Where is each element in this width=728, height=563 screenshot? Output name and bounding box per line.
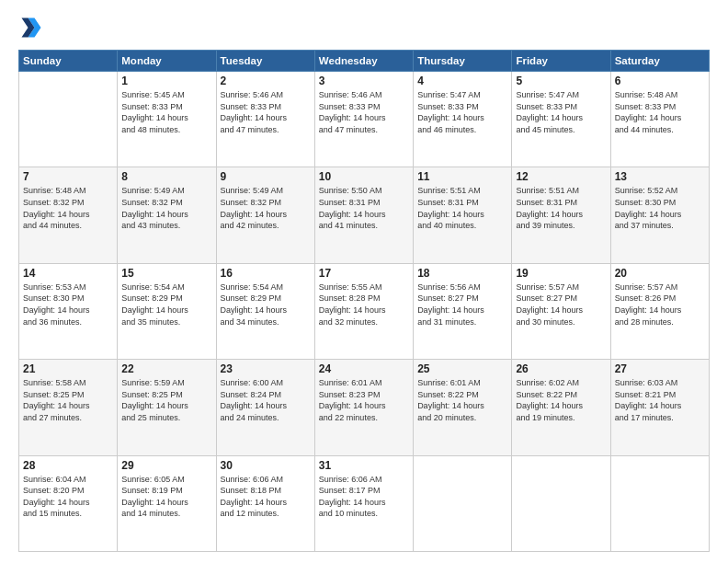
- calendar-week-row: 21Sunrise: 5:58 AM Sunset: 8:25 PM Dayli…: [19, 360, 710, 455]
- calendar-cell: 30Sunrise: 6:06 AM Sunset: 8:18 PM Dayli…: [216, 455, 314, 551]
- calendar-cell: 9Sunrise: 5:49 AM Sunset: 8:32 PM Daylig…: [216, 167, 314, 263]
- calendar-cell: 7Sunrise: 5:48 AM Sunset: 8:32 PM Daylig…: [19, 167, 118, 263]
- day-number: 31: [319, 459, 409, 472]
- day-number: 17: [319, 267, 409, 280]
- cell-content: Sunrise: 5:47 AM Sunset: 8:33 PM Dayligh…: [516, 89, 606, 135]
- cell-content: Sunrise: 5:46 AM Sunset: 8:33 PM Dayligh…: [221, 89, 311, 135]
- cell-content: Sunrise: 5:54 AM Sunset: 8:29 PM Dayligh…: [221, 282, 311, 327]
- day-number: 30: [221, 459, 311, 472]
- day-number: 16: [221, 267, 311, 280]
- day-number: 22: [121, 362, 211, 375]
- day-number: 2: [221, 75, 311, 87]
- calendar-cell: 12Sunrise: 5:51 AM Sunset: 8:31 PM Dayli…: [512, 167, 610, 263]
- calendar-cell: 8Sunrise: 5:49 AM Sunset: 8:32 PM Daylig…: [118, 167, 216, 263]
- cell-content: Sunrise: 6:04 AM Sunset: 8:20 PM Dayligh…: [23, 474, 113, 520]
- day-number: 15: [121, 267, 211, 280]
- day-number: 26: [516, 362, 606, 375]
- calendar-cell: [414, 455, 512, 551]
- calendar-day-header: Friday: [512, 51, 610, 72]
- calendar-cell: 29Sunrise: 6:05 AM Sunset: 8:19 PM Dayli…: [118, 455, 216, 551]
- calendar-cell: 28Sunrise: 6:04 AM Sunset: 8:20 PM Dayli…: [19, 455, 118, 551]
- calendar-cell: 13Sunrise: 5:52 AM Sunset: 8:30 PM Dayli…: [610, 167, 709, 263]
- cell-content: Sunrise: 5:54 AM Sunset: 8:29 PM Dayligh…: [121, 282, 211, 327]
- calendar-cell: 18Sunrise: 5:56 AM Sunset: 8:27 PM Dayli…: [414, 263, 512, 359]
- day-number: 23: [221, 362, 311, 375]
- calendar-week-row: 1Sunrise: 5:45 AM Sunset: 8:33 PM Daylig…: [19, 72, 710, 167]
- calendar-week-row: 14Sunrise: 5:53 AM Sunset: 8:30 PM Dayli…: [19, 263, 710, 359]
- calendar-cell: 26Sunrise: 6:02 AM Sunset: 8:22 PM Dayli…: [512, 360, 610, 455]
- day-number: 24: [319, 362, 409, 375]
- calendar-cell: 19Sunrise: 5:57 AM Sunset: 8:27 PM Dayli…: [512, 263, 610, 359]
- cell-content: Sunrise: 5:49 AM Sunset: 8:32 PM Dayligh…: [221, 185, 311, 231]
- calendar-table: SundayMondayTuesdayWednesdayThursdayFrid…: [18, 50, 710, 552]
- day-number: 6: [615, 75, 705, 87]
- cell-content: Sunrise: 5:45 AM Sunset: 8:33 PM Dayligh…: [121, 89, 211, 135]
- calendar-day-header: Wednesday: [314, 51, 413, 72]
- cell-content: Sunrise: 5:59 AM Sunset: 8:25 PM Dayligh…: [121, 377, 211, 423]
- calendar-week-row: 7Sunrise: 5:48 AM Sunset: 8:32 PM Daylig…: [19, 167, 710, 263]
- day-number: 28: [23, 459, 113, 472]
- calendar-cell: 20Sunrise: 5:57 AM Sunset: 8:26 PM Dayli…: [610, 263, 709, 359]
- day-number: 19: [516, 267, 606, 280]
- calendar-cell: 21Sunrise: 5:58 AM Sunset: 8:25 PM Dayli…: [19, 360, 118, 455]
- cell-content: Sunrise: 6:06 AM Sunset: 8:17 PM Dayligh…: [319, 474, 409, 520]
- cell-content: Sunrise: 5:55 AM Sunset: 8:28 PM Dayligh…: [319, 282, 409, 327]
- cell-content: Sunrise: 6:01 AM Sunset: 8:22 PM Dayligh…: [417, 377, 507, 423]
- calendar-cell: 27Sunrise: 6:03 AM Sunset: 8:21 PM Dayli…: [610, 360, 709, 455]
- calendar-day-header: Tuesday: [216, 51, 314, 72]
- day-number: 3: [319, 75, 409, 87]
- cell-content: Sunrise: 5:48 AM Sunset: 8:33 PM Dayligh…: [615, 89, 705, 135]
- cell-content: Sunrise: 5:48 AM Sunset: 8:32 PM Dayligh…: [23, 185, 113, 231]
- logo-icon: [18, 15, 44, 40]
- cell-content: Sunrise: 5:46 AM Sunset: 8:33 PM Dayligh…: [319, 89, 409, 135]
- day-number: 13: [615, 170, 705, 183]
- cell-content: Sunrise: 6:05 AM Sunset: 8:19 PM Dayligh…: [121, 474, 211, 520]
- cell-content: Sunrise: 5:50 AM Sunset: 8:31 PM Dayligh…: [319, 185, 409, 231]
- calendar-cell: [512, 455, 610, 551]
- day-number: 4: [417, 75, 507, 87]
- day-number: 20: [615, 267, 705, 280]
- calendar-week-row: 28Sunrise: 6:04 AM Sunset: 8:20 PM Dayli…: [19, 455, 710, 551]
- cell-content: Sunrise: 6:03 AM Sunset: 8:21 PM Dayligh…: [615, 377, 705, 423]
- calendar-day-header: Thursday: [414, 51, 512, 72]
- cell-content: Sunrise: 6:00 AM Sunset: 8:24 PM Dayligh…: [221, 377, 311, 423]
- calendar-day-header: Sunday: [19, 51, 118, 72]
- day-number: 12: [516, 170, 606, 183]
- cell-content: Sunrise: 5:51 AM Sunset: 8:31 PM Dayligh…: [516, 185, 606, 231]
- cell-content: Sunrise: 5:52 AM Sunset: 8:30 PM Dayligh…: [615, 185, 705, 231]
- calendar-cell: 14Sunrise: 5:53 AM Sunset: 8:30 PM Dayli…: [19, 263, 118, 359]
- calendar-cell: 31Sunrise: 6:06 AM Sunset: 8:17 PM Dayli…: [314, 455, 413, 551]
- cell-content: Sunrise: 5:53 AM Sunset: 8:30 PM Dayligh…: [23, 282, 113, 327]
- day-number: 10: [319, 170, 409, 183]
- cell-content: Sunrise: 5:56 AM Sunset: 8:27 PM Dayligh…: [417, 282, 507, 327]
- logo: [18, 15, 48, 40]
- calendar-header-row: SundayMondayTuesdayWednesdayThursdayFrid…: [19, 51, 710, 72]
- day-number: 5: [516, 75, 606, 87]
- day-number: 21: [23, 362, 113, 375]
- day-number: 25: [417, 362, 507, 375]
- day-number: 14: [23, 267, 113, 280]
- day-number: 7: [23, 170, 113, 183]
- cell-content: Sunrise: 5:49 AM Sunset: 8:32 PM Dayligh…: [121, 185, 211, 231]
- calendar-cell: 23Sunrise: 6:00 AM Sunset: 8:24 PM Dayli…: [216, 360, 314, 455]
- calendar-cell: [19, 72, 118, 167]
- day-number: 8: [121, 170, 211, 183]
- calendar-cell: 4Sunrise: 5:47 AM Sunset: 8:33 PM Daylig…: [414, 72, 512, 167]
- cell-content: Sunrise: 5:57 AM Sunset: 8:26 PM Dayligh…: [615, 282, 705, 327]
- calendar-cell: 1Sunrise: 5:45 AM Sunset: 8:33 PM Daylig…: [118, 72, 216, 167]
- calendar-cell: 22Sunrise: 5:59 AM Sunset: 8:25 PM Dayli…: [118, 360, 216, 455]
- cell-content: Sunrise: 5:47 AM Sunset: 8:33 PM Dayligh…: [417, 89, 507, 135]
- calendar-cell: 24Sunrise: 6:01 AM Sunset: 8:23 PM Dayli…: [314, 360, 413, 455]
- cell-content: Sunrise: 6:01 AM Sunset: 8:23 PM Dayligh…: [319, 377, 409, 423]
- calendar-cell: 6Sunrise: 5:48 AM Sunset: 8:33 PM Daylig…: [610, 72, 709, 167]
- cell-content: Sunrise: 5:58 AM Sunset: 8:25 PM Dayligh…: [23, 377, 113, 423]
- cell-content: Sunrise: 5:51 AM Sunset: 8:31 PM Dayligh…: [417, 185, 507, 231]
- page: SundayMondayTuesdayWednesdayThursdayFrid…: [0, 0, 728, 563]
- day-number: 9: [221, 170, 311, 183]
- calendar-cell: 2Sunrise: 5:46 AM Sunset: 8:33 PM Daylig…: [216, 72, 314, 167]
- calendar-cell: 17Sunrise: 5:55 AM Sunset: 8:28 PM Dayli…: [314, 263, 413, 359]
- calendar-cell: 5Sunrise: 5:47 AM Sunset: 8:33 PM Daylig…: [512, 72, 610, 167]
- day-number: 1: [121, 75, 211, 87]
- calendar-cell: 16Sunrise: 5:54 AM Sunset: 8:29 PM Dayli…: [216, 263, 314, 359]
- calendar-cell: 15Sunrise: 5:54 AM Sunset: 8:29 PM Dayli…: [118, 263, 216, 359]
